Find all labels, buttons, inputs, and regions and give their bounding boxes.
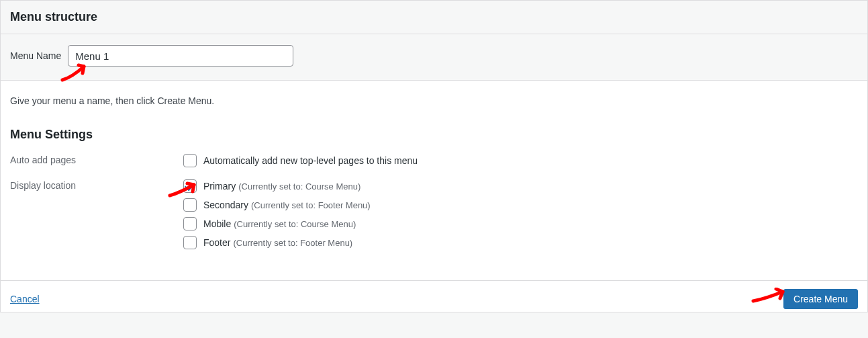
display-location-row: Display location Primary (Currently set … [10, 179, 858, 255]
auto-add-checkbox[interactable] [183, 154, 197, 167]
auto-add-pages-label: Auto add pages [10, 154, 183, 165]
location-footer-row: Footer (Currently set to: Footer Menu) [183, 236, 858, 249]
auto-add-checkbox-label: Automatically add new top-level pages to… [203, 155, 418, 166]
location-mobile-sub: (Currently set to: Course Menu) [234, 219, 356, 229]
auto-add-pages-row: Auto add pages Automatically add new top… [10, 154, 858, 173]
menu-structure-panel: Menu structure Menu Name Give your menu … [0, 0, 868, 312]
location-footer-checkbox[interactable] [183, 236, 197, 249]
location-secondary-checkbox[interactable] [183, 198, 197, 212]
menu-name-label: Menu Name [10, 50, 61, 61]
instruction-text: Give your menu a name, then click Create… [1, 81, 867, 128]
location-footer-sub: (Currently set to: Footer Menu) [233, 238, 352, 248]
display-location-label: Display location [10, 179, 183, 191]
location-primary-name: Primary [203, 181, 236, 192]
section-title: Menu structure [1, 1, 867, 34]
location-primary-sub: (Currently set to: Course Menu) [238, 181, 360, 192]
create-menu-button[interactable]: Create Menu [783, 289, 858, 309]
menu-name-row: Menu Name [1, 34, 867, 81]
location-secondary-name: Secondary [203, 200, 248, 210]
location-footer-name: Footer [203, 237, 230, 248]
menu-settings-section: Menu Settings Auto add pages Automatical… [1, 128, 867, 280]
cancel-link[interactable]: Cancel [10, 294, 40, 304]
location-mobile-name: Mobile [203, 218, 231, 229]
location-secondary-row: Secondary (Currently set to: Footer Menu… [183, 198, 858, 212]
menu-settings-heading: Menu Settings [10, 128, 858, 142]
menu-name-input[interactable] [68, 45, 293, 67]
location-primary-row: Primary (Currently set to: Course Menu) [183, 179, 858, 193]
location-secondary-sub: (Currently set to: Footer Menu) [251, 200, 371, 210]
footer-row: Cancel Create Menu [1, 280, 867, 312]
location-mobile-row: Mobile (Currently set to: Course Menu) [183, 217, 858, 230]
location-mobile-checkbox[interactable] [183, 217, 197, 230]
auto-add-checkbox-row: Automatically add new top-level pages to… [183, 154, 858, 167]
location-primary-checkbox[interactable] [183, 179, 197, 193]
